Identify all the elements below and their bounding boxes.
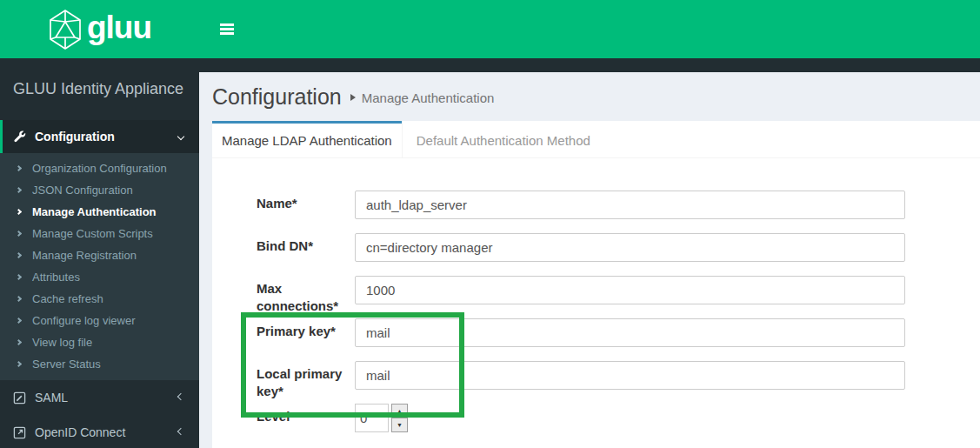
- max-connections-label: Max connections*: [257, 276, 355, 304]
- chevron-right-icon: [16, 209, 22, 215]
- gluu-logo-icon: [48, 10, 83, 50]
- sidebar-item-view-log-file[interactable]: View log file: [0, 331, 199, 353]
- chevron-right-icon: [16, 296, 22, 302]
- form-row-local-primary-key: Local primary key*: [257, 361, 980, 390]
- form-row-primary-key: Primary key*: [257, 318, 980, 347]
- local-primary-key-input[interactable]: [355, 361, 905, 390]
- name-input[interactable]: [355, 191, 905, 219]
- appliance-title: GLUU Identity Appliance: [0, 58, 199, 120]
- top-navbar: gluu: [0, 0, 980, 58]
- form-row-level: Level ▲ ▼: [257, 404, 980, 432]
- chevron-right-icon: [16, 231, 22, 237]
- form-row-name: Name*: [257, 191, 980, 219]
- name-label: Name*: [257, 191, 355, 219]
- sidebar-item-openid-connect[interactable]: OpenID Connect: [0, 415, 199, 448]
- chevron-left-icon: [177, 393, 184, 400]
- sidebar-item-server-status[interactable]: Server Status: [0, 353, 199, 375]
- wrench-icon: [13, 130, 26, 144]
- chevron-right-icon: [16, 274, 22, 280]
- sidebar-item-json-configuration[interactable]: JSON Configuration: [0, 179, 199, 201]
- configuration-submenu: Organization Configuration JSON Configur…: [0, 153, 199, 380]
- sidebar-item-attributes[interactable]: Attributes: [0, 266, 199, 288]
- sidebar-item-manage-registration[interactable]: Manage Registration: [0, 244, 199, 266]
- top-navstrip: [199, 0, 980, 58]
- sidebar-toggle-button[interactable]: [220, 22, 234, 37]
- tab-default-authentication-method[interactable]: Default Authentication Method: [402, 121, 604, 157]
- logo-text: gluu: [87, 11, 151, 47]
- pencil-square-icon: [13, 391, 26, 405]
- max-connections-input[interactable]: [355, 276, 905, 304]
- chevron-right-icon: [16, 252, 22, 258]
- chevron-down-icon: [177, 133, 184, 140]
- sidebar-item-manage-custom-scripts[interactable]: Manage Custom Scripts: [0, 223, 199, 244]
- sidebar-item-label: OpenID Connect: [35, 425, 125, 439]
- level-label: Level: [257, 404, 355, 432]
- sidebar-item-label: Configuration: [35, 130, 115, 144]
- ldap-authentication-form: Name* Bind DN* Max connections* Primary …: [212, 158, 980, 448]
- tab-bar: Manage LDAP Authentication Default Authe…: [212, 121, 980, 158]
- spinner-down-button[interactable]: ▼: [392, 418, 407, 431]
- level-input[interactable]: [355, 404, 389, 432]
- form-row-max-connections: Max connections*: [257, 276, 980, 304]
- chevron-right-icon: [16, 165, 22, 171]
- content-header: Configuration Manage Authentication: [199, 72, 980, 121]
- primary-key-label: Primary key*: [257, 318, 355, 347]
- sidebar-item-configure-log-viewer[interactable]: Configure log viewer: [0, 310, 199, 331]
- chevron-left-icon: [177, 428, 184, 435]
- tab-manage-ldap-authentication[interactable]: Manage LDAP Authentication: [212, 121, 402, 157]
- sidebar-item-manage-authentication[interactable]: Manage Authentication: [0, 201, 199, 223]
- chevron-right-icon: [16, 187, 22, 193]
- gluu-logo[interactable]: gluu: [0, 0, 199, 58]
- content-top-strip: [199, 58, 980, 72]
- bind-dn-input[interactable]: [355, 233, 905, 262]
- sidebar-item-configuration[interactable]: Configuration: [0, 120, 199, 153]
- sidebar-item-label: SAML: [35, 391, 68, 405]
- primary-key-input[interactable]: [355, 318, 905, 347]
- main-content: Configuration Manage Authentication Mana…: [199, 58, 980, 448]
- sidebar-item-cache-refresh[interactable]: Cache refresh: [0, 288, 199, 310]
- sidebar: GLUU Identity Appliance Configuration Or…: [0, 58, 199, 448]
- breadcrumb-arrow-icon: [350, 94, 356, 101]
- local-primary-key-label: Local primary key*: [257, 361, 355, 390]
- sidebar-item-saml[interactable]: SAML: [0, 380, 199, 415]
- page-title: Configuration: [212, 84, 342, 110]
- external-link-square-icon: [13, 426, 26, 439]
- chevron-right-icon: [16, 318, 22, 324]
- level-spinner: ▲ ▼: [391, 404, 408, 432]
- chevron-right-icon: [16, 339, 22, 345]
- form-row-bind-dn: Bind DN*: [257, 233, 980, 262]
- spinner-up-button[interactable]: ▲: [392, 405, 407, 418]
- chevron-right-icon: [16, 361, 22, 367]
- hamburger-icon: [220, 23, 234, 26]
- sidebar-item-organization-configuration[interactable]: Organization Configuration: [0, 157, 199, 179]
- breadcrumb: Manage Authentication: [362, 88, 495, 105]
- bind-dn-label: Bind DN*: [257, 233, 355, 262]
